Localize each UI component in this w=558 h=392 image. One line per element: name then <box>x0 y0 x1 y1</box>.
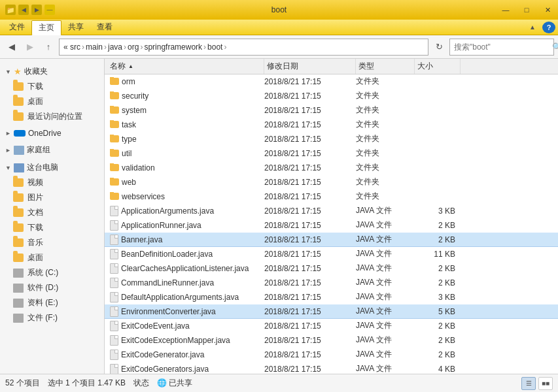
sidebar-header-onedrive[interactable]: ► OneDrive <box>0 127 104 140</box>
table-row[interactable]: CommandLineRunner.java 2018/8/21 17:15 J… <box>105 276 558 290</box>
file-size-cell: 2 KB <box>415 350 461 359</box>
sidebar-label-desktop: 桌面 <box>27 96 43 107</box>
status-share: 🌐 已共享 <box>157 378 192 389</box>
col-header-type[interactable]: 类型 <box>356 59 415 74</box>
sidebar-item-drive-d[interactable]: 软件 (D:) <box>0 280 104 295</box>
folder-icon <box>13 112 24 121</box>
view-large-button[interactable]: ■■ <box>538 377 553 390</box>
sidebar-header-favorites[interactable]: ▼ ★ 收藏夹 <box>0 64 104 79</box>
sidebar-item-documents[interactable]: 文档 <box>0 205 104 220</box>
file-list[interactable]: orm 2018/8/21 17:15 文件夹 security 2018/8/… <box>105 74 558 374</box>
path-crumb-boot[interactable]: boot <box>207 42 222 52</box>
table-row[interactable]: validation 2018/8/21 17:15 文件夹 <box>105 161 558 175</box>
menu-home[interactable]: 主页 <box>31 20 61 35</box>
file-name: webservices <box>122 192 165 201</box>
sidebar-item-drive-f[interactable]: 文件 (F:) <box>0 310 104 325</box>
file-date-cell: 2018/8/21 17:15 <box>264 365 356 374</box>
path-crumb-springframework[interactable]: springframework <box>144 42 202 52</box>
table-row[interactable]: webservices 2018/8/21 17:15 文件夹 <box>105 189 558 204</box>
drive-icon <box>13 284 24 293</box>
sidebar-item-pictures[interactable]: 图片 <box>0 190 104 205</box>
title-bar-app-icons: 📁 ◀ ▶ — <box>5 5 55 15</box>
search-input[interactable] <box>454 42 552 52</box>
table-row[interactable]: EnvironmentConverter.java 2018/8/21 17:1… <box>105 304 558 319</box>
java-file-icon <box>110 306 118 317</box>
forward-button[interactable]: ▶ <box>22 39 38 55</box>
maximize-button[interactable]: □ <box>516 0 537 20</box>
file-name-cell: ExitCodeEvent.java <box>107 321 264 331</box>
file-name-cell: task <box>107 120 264 129</box>
table-row[interactable]: type 2018/8/21 17:15 文件夹 <box>105 132 558 146</box>
path-crumb-main[interactable]: main <box>86 42 103 52</box>
sidebar-section-computer: ▼ 这台电脑 视频 图片 文档 下载 <box>0 160 104 325</box>
refresh-button[interactable]: ↻ <box>431 39 447 55</box>
table-row[interactable]: ExitCodeEvent.java 2018/8/21 17:15 JAVA … <box>105 319 558 333</box>
up-button[interactable]: ↑ <box>41 39 56 55</box>
path-crumb-org[interactable]: org <box>128 42 139 52</box>
col-size-label: 大小 <box>417 61 433 72</box>
table-row[interactable]: ApplicationRunner.java 2018/8/21 17:15 J… <box>105 218 558 233</box>
table-row[interactable]: Banner.java 2018/8/21 17:15 JAVA 文件 2 KB <box>105 233 558 247</box>
file-date-cell: 2018/8/21 17:15 <box>264 91 356 101</box>
table-row[interactable]: orm 2018/8/21 17:15 文件夹 <box>105 74 558 89</box>
file-date-cell: 2018/8/21 17:15 <box>264 293 356 302</box>
menu-share[interactable]: 共享 <box>61 20 90 34</box>
file-name: ExitCodeGenerators.java <box>121 365 209 374</box>
sidebar-label-favorites: 收藏夹 <box>24 66 48 77</box>
file-name-cell: webservices <box>107 192 264 201</box>
table-row[interactable]: ExitCodeExceptionMapper.java 2018/8/21 1… <box>105 333 558 348</box>
search-icon[interactable]: 🔍 <box>552 42 558 52</box>
file-name: task <box>122 120 136 129</box>
minimize-button[interactable]: — <box>495 0 516 20</box>
col-header-size[interactable]: 大小 <box>415 59 461 74</box>
sidebar-item-desktop2[interactable]: 桌面 <box>0 250 104 265</box>
help-button[interactable]: ? <box>542 22 555 33</box>
menu-view[interactable]: 查看 <box>90 20 119 34</box>
close-button[interactable]: ✕ <box>537 0 558 20</box>
path-crumb-src[interactable]: « src <box>63 42 80 52</box>
table-row[interactable]: task 2018/8/21 17:15 文件夹 <box>105 118 558 132</box>
file-name: orm <box>122 77 135 86</box>
sidebar-header-computer[interactable]: ▼ 这台电脑 <box>0 160 104 175</box>
col-header-date[interactable]: 修改日期 <box>264 59 356 74</box>
sidebar-item-drive-c[interactable]: 系统 (C:) <box>0 265 104 280</box>
file-date-cell: 2018/8/21 17:15 <box>264 307 356 316</box>
file-name-cell: EnvironmentConverter.java <box>107 306 264 317</box>
sidebar-item-drive-e[interactable]: 资料 (E:) <box>0 295 104 310</box>
col-name-label: 名称 <box>110 61 126 72</box>
sidebar-item-downloads2[interactable]: 下载 <box>0 220 104 235</box>
address-path[interactable]: « src › main › java › org › springframew… <box>59 39 428 56</box>
table-row[interactable]: web 2018/8/21 17:15 文件夹 <box>105 175 558 189</box>
table-row[interactable]: ClearCachesApplicationListener.java 2018… <box>105 261 558 276</box>
file-name: ApplicationRunner.java <box>121 221 201 230</box>
ribbon-collapse-button[interactable]: ▲ <box>525 22 540 32</box>
table-row[interactable]: ApplicationArguments.java 2018/8/21 17:1… <box>105 204 558 218</box>
file-name-cell: orm <box>107 77 264 86</box>
table-row[interactable]: ExitCodeGenerator.java 2018/8/21 17:15 J… <box>105 348 558 362</box>
table-row[interactable]: security 2018/8/21 17:15 文件夹 <box>105 89 558 103</box>
sidebar-item-video[interactable]: 视频 <box>0 175 104 190</box>
table-row[interactable]: system 2018/8/21 17:15 文件夹 <box>105 103 558 118</box>
table-row[interactable]: DefaultApplicationArguments.java 2018/8/… <box>105 290 558 304</box>
view-details-button[interactable]: ☰ <box>521 377 536 390</box>
table-row[interactable]: BeanDefinitionLoader.java 2018/8/21 17:1… <box>105 247 558 261</box>
table-row[interactable]: util 2018/8/21 17:15 文件夹 <box>105 146 558 161</box>
sidebar-item-downloads[interactable]: 下载 <box>0 79 104 94</box>
sidebar-item-music[interactable]: 音乐 <box>0 235 104 250</box>
menu-file[interactable]: 文件 <box>3 20 31 34</box>
sidebar-item-recent[interactable]: 最近访问的位置 <box>0 109 104 124</box>
file-name: ExitCodeGenerator.java <box>121 350 204 359</box>
sidebar-header-homegroup[interactable]: ► 家庭组 <box>0 142 104 157</box>
file-type-cell: 文件夹 <box>356 162 415 173</box>
file-date-cell: 2018/8/21 17:15 <box>264 178 356 187</box>
sidebar-scroll: ▼ ★ 收藏夹 下载 桌面 最近访问的位置 <box>0 59 105 374</box>
file-size-cell: 2 KB <box>415 221 461 230</box>
table-row[interactable]: ExitCodeGenerators.java 2018/8/21 17:15 … <box>105 362 558 374</box>
file-date-cell: 2018/8/21 17:15 <box>264 250 356 259</box>
file-date-cell: 2018/8/21 17:15 <box>264 192 356 201</box>
back-button[interactable]: ◀ <box>4 39 20 55</box>
folder-icon <box>110 193 119 200</box>
path-crumb-java[interactable]: java <box>108 42 122 52</box>
col-header-name[interactable]: 名称 ▲ <box>107 59 264 74</box>
sidebar-item-desktop[interactable]: 桌面 <box>0 94 104 109</box>
